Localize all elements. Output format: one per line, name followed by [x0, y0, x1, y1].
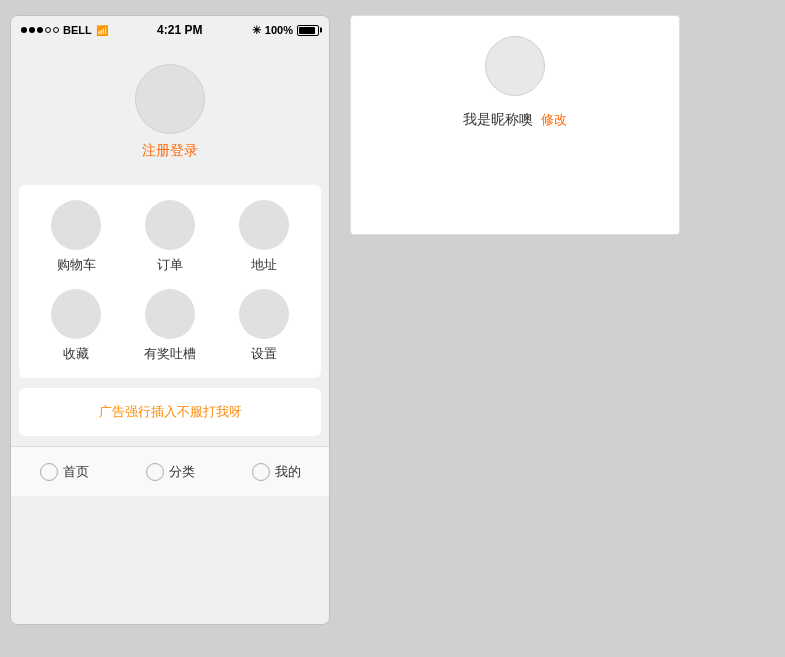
grid-section: 购物车 订单 地址 收藏 有奖吐槽: [19, 185, 321, 378]
grid-item-order[interactable]: 订单: [130, 200, 210, 274]
settings-icon: [239, 289, 289, 339]
tab-category-icon: [146, 463, 164, 481]
right-nickname: 我是昵称噢: [463, 111, 533, 129]
tab-mine-label: 我的: [275, 463, 301, 481]
right-info-row: 我是昵称噢 修改: [371, 111, 659, 129]
bluetooth-icon: ✳: [252, 24, 261, 37]
grid-item-settings[interactable]: 设置: [224, 289, 304, 363]
grid-row-2: 收藏 有奖吐槽 设置: [29, 289, 311, 363]
tab-category[interactable]: 分类: [146, 463, 195, 481]
address-icon: [239, 200, 289, 250]
status-left: BELL 📶: [21, 24, 108, 36]
status-bar: BELL 📶 4:21 PM ✳ 100%: [11, 16, 329, 44]
signal-dot-2: [29, 27, 35, 33]
order-label: 订单: [157, 256, 183, 274]
tab-home-icon: [40, 463, 58, 481]
ad-banner: 广告强行插入不服打我呀: [19, 388, 321, 436]
battery-percent: 100%: [265, 24, 293, 36]
tab-home[interactable]: 首页: [40, 463, 89, 481]
tab-mine-icon: [252, 463, 270, 481]
right-edit-button[interactable]: 修改: [541, 111, 567, 129]
favorites-label: 收藏: [63, 345, 89, 363]
carrier-name: BELL: [63, 24, 92, 36]
phone-mockup: BELL 📶 4:21 PM ✳ 100% 注册登录 购物车: [10, 15, 330, 625]
wifi-icon: 📶: [96, 25, 108, 36]
grid-item-address[interactable]: 地址: [224, 200, 304, 274]
tab-bar: 首页 分类 我的: [11, 446, 329, 496]
signal-dot-5: [53, 27, 59, 33]
grid-item-cart[interactable]: 购物车: [36, 200, 116, 274]
order-icon: [145, 200, 195, 250]
signal-dots: [21, 27, 59, 33]
grid-item-feedback[interactable]: 有奖吐槽: [130, 289, 210, 363]
favorites-icon: [51, 289, 101, 339]
ad-text: 广告强行插入不服打我呀: [99, 404, 242, 419]
status-time: 4:21 PM: [157, 23, 202, 37]
cart-label: 购物车: [57, 256, 96, 274]
battery-icon: [297, 25, 319, 36]
battery-fill: [299, 27, 315, 34]
phone-content: 注册登录 购物车 订单 地址 收: [11, 44, 329, 624]
grid-row-1: 购物车 订单 地址: [29, 200, 311, 274]
tab-category-label: 分类: [169, 463, 195, 481]
feedback-icon: [145, 289, 195, 339]
right-profile-section: 我是昵称噢 修改: [371, 36, 659, 129]
register-login-label[interactable]: 注册登录: [142, 142, 198, 160]
right-avatar: [485, 36, 545, 96]
cart-icon: [51, 200, 101, 250]
status-right: ✳ 100%: [252, 24, 319, 37]
tab-mine[interactable]: 我的: [252, 463, 301, 481]
avatar[interactable]: [135, 64, 205, 134]
settings-label: 设置: [251, 345, 277, 363]
feedback-label: 有奖吐槽: [144, 345, 196, 363]
signal-dot-1: [21, 27, 27, 33]
signal-dot-4: [45, 27, 51, 33]
tab-home-label: 首页: [63, 463, 89, 481]
signal-dot-3: [37, 27, 43, 33]
profile-section: 注册登录: [11, 44, 329, 175]
grid-item-favorites[interactable]: 收藏: [36, 289, 116, 363]
right-panel: 我是昵称噢 修改: [350, 15, 680, 235]
address-label: 地址: [251, 256, 277, 274]
